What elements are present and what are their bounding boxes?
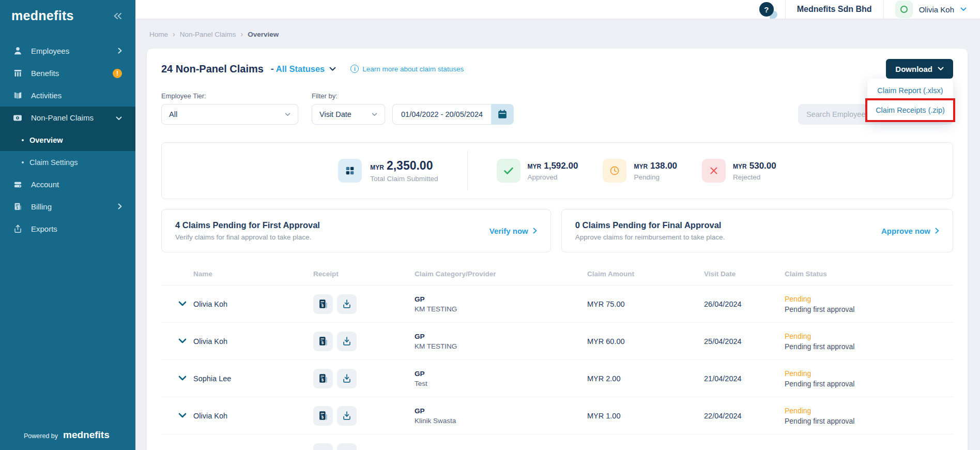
rejected-label: Rejected [733,173,776,181]
breadcrumb-home[interactable]: Home [149,31,168,38]
download-menu-item-claim-receipts[interactable]: Claim Receipts (.zip) [867,100,953,120]
view-receipt-button[interactable] [313,443,333,450]
table-row: Olivia Koh $ GPKM TESTING MYR 75.00 26/0… [161,286,953,323]
summary-pending: MYR138.00 Pending [603,159,677,183]
account-icon [12,179,23,189]
filter-by-label: Filter by: [312,92,514,100]
download-receipt-button[interactable] [337,443,357,450]
banner-subtitle: Verify claims for final approval to take… [175,233,320,241]
learn-more-link[interactable]: i Learn more about claim statuses [350,65,464,73]
verify-now-link[interactable]: Verify now [489,227,537,235]
download-receipt-button[interactable] [337,406,357,426]
chevron-down-icon [178,338,187,344]
breadcrumb-separator: › [240,30,243,38]
calendar-button[interactable] [491,104,514,125]
receipt-icon: $ [317,336,329,347]
help-button[interactable]: ? [759,2,774,17]
calendar-icon [497,109,508,120]
learn-more-label: Learn more about claim statuses [362,65,464,73]
download-button-label: Download [895,65,932,73]
main-area: ? Mednefits Sdn Bhd Olivia Koh Home › No… [135,0,980,450]
sidebar-item-benefits[interactable]: Benefits ! [0,62,135,84]
chevron-down-icon [938,67,944,71]
pending-clock-icon [603,159,626,183]
column-header-receipt: Receipt [313,270,415,278]
claim-provider: KM TESTING [415,305,587,313]
employee-name: Olivia Koh [193,337,313,346]
sidebar-item-non-panel-claims[interactable]: Non-Panel Claims [0,107,135,129]
title-dash: - [271,64,274,74]
view-receipt-button[interactable]: $ [313,406,333,426]
chevron-down-icon [329,67,336,71]
claim-status-detail: Pending first approval [785,380,953,388]
date-range-picker[interactable]: 01/04/2022 - 20/05/2024 [392,104,514,125]
sidebar-item-overview[interactable]: Overview [0,129,135,151]
download-menu-item-claim-report[interactable]: Claim Report (.xlsx) [867,81,953,100]
avatar-initial-o [900,6,908,13]
sidebar-group-non-panel-claims: Non-Panel Claims Overview [0,107,135,151]
divider [785,0,786,19]
summary-approved: MYR1,592.00 Approved [497,159,578,183]
breadcrumb-separator: › [173,30,175,38]
divider [467,151,468,190]
employee-name: Olivia Koh [193,300,313,308]
expand-row-button[interactable] [175,371,190,386]
view-receipt-button[interactable]: $ [313,294,333,314]
svg-text:$: $ [321,378,324,382]
sidebar-item-employees[interactable]: Employees [0,40,135,62]
status-filter-dropdown[interactable]: All Statuses [276,64,336,74]
sidebar-item-claim-settings[interactable]: Claim Settings [0,151,135,173]
breadcrumb: Home › Non-Panel Claims › Overview [149,30,968,38]
sidebar-item-exports[interactable]: Exports [0,218,135,240]
view-receipt-button[interactable]: $ [313,332,333,351]
sidebar-item-billing[interactable]: $ Billing [0,196,135,218]
claim-status-detail: Pending first approval [785,342,953,351]
expand-row-button[interactable] [175,408,190,424]
mednefits-logo[interactable]: mednefits [11,8,74,23]
table-header: Name Receipt Claim Category/Provider Cla… [161,252,953,286]
sidebar-item-account[interactable]: Account [0,173,135,196]
download-receipt-button[interactable] [337,332,357,351]
claim-amount: MYR 2.00 [587,374,704,383]
table-row: Sophia Lee $ GPTest MYR 2.00 21/04/2024 … [161,360,953,397]
chevron-down-icon [960,7,967,11]
view-receipt-button[interactable]: $ [313,369,333,388]
column-header-name: Name [193,270,313,278]
approve-now-link[interactable]: Approve now [881,227,939,235]
powered-by-label: Powered by [24,432,58,440]
expand-row-button[interactable] [175,296,190,312]
download-receipt-button[interactable] [337,294,357,314]
sidebar-item-label: Employees [31,47,69,55]
claim-status: Pending [785,295,953,303]
avatar [895,1,913,18]
claim-status-detail: Pending first approval [785,305,953,313]
sidebar-item-label: Exports [31,224,57,233]
claim-category: GP [415,295,587,303]
employees-icon [12,46,23,56]
sidebar-item-activities[interactable]: Activities [0,84,135,107]
title-row: 24 Non-Panel Claims - All Statuses i Lea… [161,56,953,82]
visit-date: 21/04/2024 [704,374,785,383]
column-header-amount: Claim Amount [587,270,704,278]
download-button[interactable]: Download [886,59,953,79]
banner-subtitle: Approve claims for reimbursement to take… [575,233,725,241]
sidebar-collapse-icon[interactable] [113,12,122,20]
user-menu[interactable]: Olivia Koh [895,1,967,18]
claim-category: GP [415,333,587,340]
employee-tier-select[interactable]: All [161,104,298,125]
expand-row-button[interactable] [175,334,190,349]
claim-provider: Test [415,380,587,387]
filter-by-select[interactable]: Visit Date [312,104,385,125]
pending-label: Pending [634,173,677,181]
bullet-icon [22,161,24,163]
question-mark-icon: ? [759,2,774,17]
download-receipt-button[interactable] [337,369,357,388]
column-header-category: Claim Category/Provider [415,270,587,278]
visit-date: 25/04/2024 [704,337,785,346]
banner-title: 4 Claims Pending for First Approval [175,220,320,230]
divider [883,0,884,19]
chevron-right-icon [118,202,122,211]
employee-name: Olivia Koh [193,412,313,420]
breadcrumb-non-panel-claims[interactable]: Non-Panel Claims [180,31,236,38]
date-range-value[interactable]: 01/04/2022 - 20/05/2024 [392,104,491,125]
